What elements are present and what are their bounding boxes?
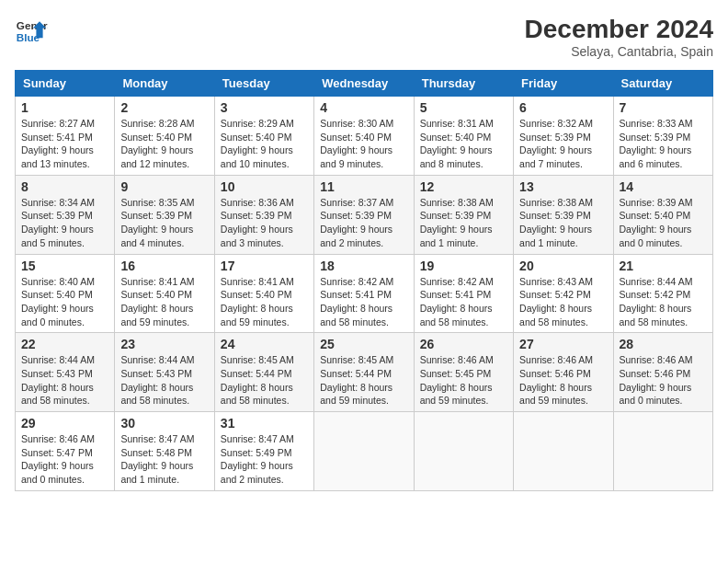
day-info: Sunrise: 8:44 AM Sunset: 5:43 PM Dayligh…: [120, 353, 208, 408]
calendar-cell: 5Sunrise: 8:31 AM Sunset: 5:40 PM Daylig…: [414, 97, 513, 176]
logo: General Blue: [15, 15, 48, 48]
day-number: 26: [420, 337, 507, 351]
day-info: Sunrise: 8:47 AM Sunset: 5:48 PM Dayligh…: [120, 432, 208, 487]
calendar-cell: 27Sunrise: 8:46 AM Sunset: 5:46 PM Dayli…: [514, 333, 613, 412]
day-number: 8: [21, 179, 108, 194]
calendar-cell: 21Sunrise: 8:44 AM Sunset: 5:42 PM Dayli…: [613, 254, 712, 333]
day-number: 4: [320, 100, 407, 115]
calendar-cell: 31Sunrise: 8:47 AM Sunset: 5:49 PM Dayli…: [214, 412, 313, 491]
logo-icon: General Blue: [15, 15, 48, 48]
calendar-cell: 28Sunrise: 8:46 AM Sunset: 5:46 PM Dayli…: [613, 333, 712, 412]
day-info: Sunrise: 8:45 AM Sunset: 5:44 PM Dayligh…: [221, 353, 308, 408]
calendar-cell: 6Sunrise: 8:32 AM Sunset: 5:39 PM Daylig…: [514, 97, 613, 176]
calendar-cell: 2Sunrise: 8:28 AM Sunset: 5:40 PM Daylig…: [115, 97, 214, 176]
weekday-saturday: Saturday: [613, 71, 712, 97]
day-info: Sunrise: 8:38 AM Sunset: 5:39 PM Dayligh…: [519, 196, 607, 250]
day-info: Sunrise: 8:35 AM Sunset: 5:39 PM Dayligh…: [120, 196, 208, 250]
day-number: 29: [21, 416, 108, 431]
day-number: 27: [519, 337, 607, 351]
day-info: Sunrise: 8:34 AM Sunset: 5:39 PM Dayligh…: [21, 196, 108, 250]
day-number: 21: [620, 259, 707, 273]
weekday-thursday: Thursday: [414, 71, 513, 97]
calendar-cell: [314, 412, 414, 491]
calendar-cell: [414, 412, 513, 491]
day-info: Sunrise: 8:46 AM Sunset: 5:45 PM Dayligh…: [420, 353, 507, 408]
day-info: Sunrise: 8:39 AM Sunset: 5:40 PM Dayligh…: [620, 196, 707, 250]
weekday-wednesday: Wednesday: [314, 71, 414, 97]
day-number: 10: [221, 179, 308, 194]
week-row-5: 29Sunrise: 8:46 AM Sunset: 5:47 PM Dayli…: [16, 412, 713, 491]
page-header: General Blue December 2024 Selaya, Canta…: [15, 15, 713, 59]
day-info: Sunrise: 8:44 AM Sunset: 5:42 PM Dayligh…: [620, 275, 707, 329]
calendar-cell: 7Sunrise: 8:33 AM Sunset: 5:39 PM Daylig…: [613, 97, 712, 176]
day-number: 13: [519, 179, 607, 194]
day-info: Sunrise: 8:40 AM Sunset: 5:40 PM Dayligh…: [21, 275, 108, 329]
calendar-cell: 19Sunrise: 8:42 AM Sunset: 5:41 PM Dayli…: [414, 254, 513, 333]
calendar-cell: 15Sunrise: 8:40 AM Sunset: 5:40 PM Dayli…: [16, 254, 115, 333]
day-number: 2: [120, 100, 208, 115]
day-info: Sunrise: 8:46 AM Sunset: 5:47 PM Dayligh…: [21, 432, 108, 487]
day-number: 18: [320, 259, 407, 273]
calendar-body: 1Sunrise: 8:27 AM Sunset: 5:41 PM Daylig…: [16, 97, 713, 491]
week-row-3: 15Sunrise: 8:40 AM Sunset: 5:40 PM Dayli…: [16, 254, 713, 333]
calendar-cell: 1Sunrise: 8:27 AM Sunset: 5:41 PM Daylig…: [16, 97, 115, 176]
day-number: 11: [320, 179, 407, 194]
day-number: 5: [420, 100, 507, 115]
calendar-cell: 10Sunrise: 8:36 AM Sunset: 5:39 PM Dayli…: [214, 175, 313, 254]
calendar-cell: 4Sunrise: 8:30 AM Sunset: 5:40 PM Daylig…: [314, 97, 414, 176]
day-info: Sunrise: 8:47 AM Sunset: 5:49 PM Dayligh…: [221, 432, 308, 487]
week-row-1: 1Sunrise: 8:27 AM Sunset: 5:41 PM Daylig…: [16, 97, 713, 176]
day-number: 19: [420, 259, 507, 273]
calendar-cell: 30Sunrise: 8:47 AM Sunset: 5:48 PM Dayli…: [115, 412, 214, 491]
calendar-cell: 13Sunrise: 8:38 AM Sunset: 5:39 PM Dayli…: [514, 175, 613, 254]
day-info: Sunrise: 8:45 AM Sunset: 5:44 PM Dayligh…: [320, 353, 407, 408]
day-info: Sunrise: 8:36 AM Sunset: 5:39 PM Dayligh…: [221, 196, 308, 250]
day-info: Sunrise: 8:46 AM Sunset: 5:46 PM Dayligh…: [620, 353, 707, 408]
calendar-cell: [613, 412, 712, 491]
day-info: Sunrise: 8:38 AM Sunset: 5:39 PM Dayligh…: [420, 196, 507, 250]
day-number: 17: [221, 259, 308, 273]
calendar-table: SundayMondayTuesdayWednesdayThursdayFrid…: [15, 70, 713, 491]
day-info: Sunrise: 8:41 AM Sunset: 5:40 PM Dayligh…: [120, 275, 208, 329]
day-number: 6: [519, 100, 607, 115]
calendar-cell: 11Sunrise: 8:37 AM Sunset: 5:39 PM Dayli…: [314, 175, 414, 254]
calendar-cell: 18Sunrise: 8:42 AM Sunset: 5:41 PM Dayli…: [314, 254, 414, 333]
day-info: Sunrise: 8:32 AM Sunset: 5:39 PM Dayligh…: [519, 117, 607, 171]
day-number: 31: [221, 416, 308, 431]
week-row-2: 8Sunrise: 8:34 AM Sunset: 5:39 PM Daylig…: [16, 175, 713, 254]
weekday-monday: Monday: [115, 71, 214, 97]
day-number: 16: [120, 259, 208, 273]
day-info: Sunrise: 8:44 AM Sunset: 5:43 PM Dayligh…: [21, 353, 108, 408]
day-number: 28: [620, 337, 707, 351]
day-info: Sunrise: 8:42 AM Sunset: 5:41 PM Dayligh…: [320, 275, 407, 329]
calendar-cell: 8Sunrise: 8:34 AM Sunset: 5:39 PM Daylig…: [16, 175, 115, 254]
calendar-cell: 20Sunrise: 8:43 AM Sunset: 5:42 PM Dayli…: [514, 254, 613, 333]
calendar-cell: 9Sunrise: 8:35 AM Sunset: 5:39 PM Daylig…: [115, 175, 214, 254]
calendar-cell: 16Sunrise: 8:41 AM Sunset: 5:40 PM Dayli…: [115, 254, 214, 333]
calendar-cell: 23Sunrise: 8:44 AM Sunset: 5:43 PM Dayli…: [115, 333, 214, 412]
location: Selaya, Cantabria, Spain: [525, 44, 713, 59]
calendar-cell: 12Sunrise: 8:38 AM Sunset: 5:39 PM Dayli…: [414, 175, 513, 254]
day-number: 24: [221, 337, 308, 351]
day-info: Sunrise: 8:27 AM Sunset: 5:41 PM Dayligh…: [21, 117, 108, 171]
day-number: 22: [21, 337, 108, 351]
calendar-cell: 25Sunrise: 8:45 AM Sunset: 5:44 PM Dayli…: [314, 333, 414, 412]
weekday-tuesday: Tuesday: [214, 71, 313, 97]
calendar-cell: 3Sunrise: 8:29 AM Sunset: 5:40 PM Daylig…: [214, 97, 313, 176]
day-info: Sunrise: 8:29 AM Sunset: 5:40 PM Dayligh…: [221, 117, 308, 171]
day-number: 7: [620, 100, 707, 115]
day-info: Sunrise: 8:41 AM Sunset: 5:40 PM Dayligh…: [221, 275, 308, 329]
day-info: Sunrise: 8:31 AM Sunset: 5:40 PM Dayligh…: [420, 117, 507, 171]
day-number: 25: [320, 337, 407, 351]
day-number: 9: [120, 179, 208, 194]
day-number: 23: [120, 337, 208, 351]
calendar-cell: [514, 412, 613, 491]
calendar-cell: 26Sunrise: 8:46 AM Sunset: 5:45 PM Dayli…: [414, 333, 513, 412]
day-number: 15: [21, 259, 108, 273]
day-info: Sunrise: 8:30 AM Sunset: 5:40 PM Dayligh…: [320, 117, 407, 171]
day-number: 14: [620, 179, 707, 194]
day-number: 20: [519, 259, 607, 273]
month-title: December 2024: [525, 15, 713, 44]
day-info: Sunrise: 8:42 AM Sunset: 5:41 PM Dayligh…: [420, 275, 507, 329]
day-info: Sunrise: 8:28 AM Sunset: 5:40 PM Dayligh…: [120, 117, 208, 171]
